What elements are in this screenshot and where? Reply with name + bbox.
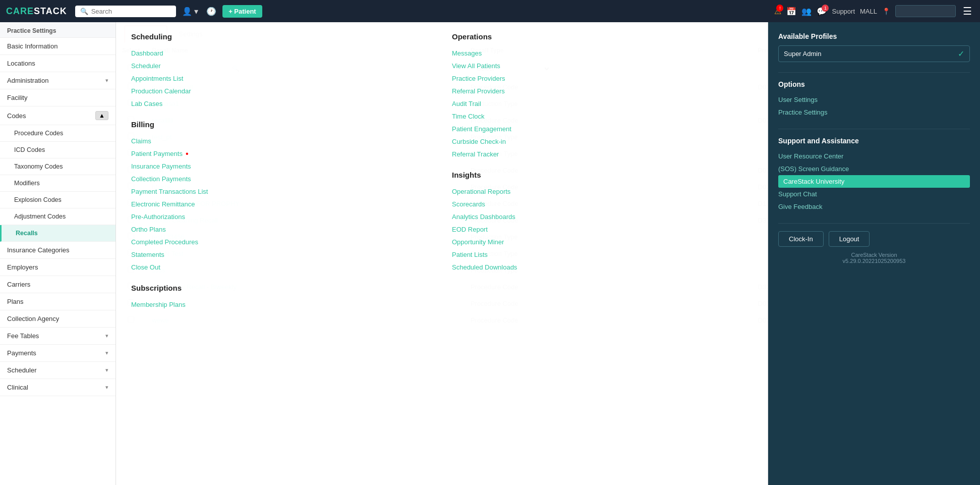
mega-link-operational-reports[interactable]: Operational Reports <box>452 185 753 198</box>
sidebar-item-taxonomy-codes[interactable]: Taxonomy Codes <box>0 158 116 175</box>
user-resource-center-link[interactable]: User Resource Center <box>778 150 970 163</box>
sidebar-item-fee-tables[interactable]: Fee Tables ▾ <box>0 328 116 345</box>
sidebar-item-employers[interactable]: Employers <box>0 259 116 276</box>
mega-link-collection-payments[interactable]: Collection Payments <box>131 173 432 185</box>
mega-link-completed-procedures[interactable]: Completed Procedures <box>131 236 432 248</box>
sidebar-item-locations[interactable]: Locations <box>0 55 116 72</box>
sidebar-item-procedure-codes[interactable]: Procedure Codes <box>0 125 116 142</box>
mega-link-curbside-checkin[interactable]: Curbside Check-in <box>452 135 753 148</box>
sidebar: Practice Settings Basic Information Loca… <box>0 22 116 485</box>
mega-link-pre-authorizations[interactable]: Pre-Authorizations <box>131 210 432 223</box>
mega-link-time-clock[interactable]: Time Clock <box>452 110 753 123</box>
sidebar-item-scheduler[interactable]: Scheduler ▾ <box>0 362 116 379</box>
location-icon[interactable]: 📍 <box>882 8 890 15</box>
mega-link-insurance-payments[interactable]: Insurance Payments <box>131 160 432 173</box>
mega-link-patient-lists[interactable]: Patient Lists <box>452 248 753 261</box>
sidebar-item-icd-codes[interactable]: ICD Codes <box>0 142 116 158</box>
mega-link-messages[interactable]: Messages <box>452 47 753 60</box>
chevron-down-icon: ▾ <box>105 333 108 339</box>
mega-link-patient-payments[interactable]: Patient Payments <box>131 147 183 160</box>
clock-btn[interactable]: 🕐 <box>204 5 218 18</box>
mega-link-opportunity-miner[interactable]: Opportunity Miner <box>452 236 753 248</box>
subscriptions-section: Subscriptions Membership Plans <box>131 284 432 311</box>
clock-in-button[interactable]: Clock-In <box>778 231 824 247</box>
user-settings-link[interactable]: User Settings <box>778 93 970 106</box>
mega-link-membership-plans[interactable]: Membership Plans <box>131 298 432 311</box>
profiles-title: Available Profiles <box>778 32 970 40</box>
practice-settings-link[interactable]: Practice Settings <box>778 106 970 119</box>
users-icon[interactable]: 👥 <box>801 7 812 16</box>
sidebar-item-basic-information[interactable]: Basic Information <box>0 38 116 55</box>
sidebar-item-collection-agency[interactable]: Collection Agency <box>0 310 116 328</box>
nav-right: ⚠! 📅 👥 💬1 Support MALL 📍 ☰ <box>774 3 974 19</box>
logout-button[interactable]: Logout <box>829 231 870 247</box>
give-feedback-link[interactable]: Give Feedback <box>778 200 970 213</box>
sidebar-item-administration[interactable]: Administration ▾ <box>0 72 116 89</box>
add-patient-button[interactable]: + Patient <box>222 5 262 18</box>
sidebar-item-recalls[interactable]: Recalls <box>0 225 116 242</box>
mega-link-ortho-plans[interactable]: Ortho Plans <box>131 223 432 236</box>
mega-link-scorecards[interactable]: Scorecards <box>452 198 753 210</box>
search-input[interactable] <box>91 8 171 15</box>
insights-section: Insights Operational Reports Scorecards … <box>452 171 753 274</box>
mega-link-production-calendar[interactable]: Production Calendar <box>131 85 432 97</box>
chat-icon[interactable]: 💬1 <box>817 7 827 16</box>
mega-link-appointments-list[interactable]: Appointments List <box>131 72 432 85</box>
sidebar-item-facility[interactable]: Facility <box>0 89 116 106</box>
profile-select[interactable]: Super Admin ✓ <box>778 45 970 62</box>
mega-link-close-out[interactable]: Close Out <box>131 261 432 274</box>
mega-link-claims[interactable]: Claims <box>131 135 432 147</box>
mega-link-scheduled-downloads[interactable]: Scheduled Downloads <box>452 261 753 274</box>
mega-link-referral-providers[interactable]: Referral Providers <box>452 85 753 97</box>
sos-screen-guidance-link[interactable]: (SOS) Screen Guidance <box>778 163 970 175</box>
calendar-icon[interactable]: 📅 <box>786 7 796 16</box>
support-title: Support and Assistance <box>778 137 970 145</box>
mall-label[interactable]: MALL <box>860 8 877 15</box>
billing-section: Billing Claims Patient Payments • Insura… <box>131 120 432 274</box>
mega-link-lab-cases[interactable]: Lab Cases <box>131 97 432 110</box>
sidebar-item-carriers[interactable]: Carriers <box>0 276 116 293</box>
billing-section-title: Billing <box>131 120 432 129</box>
mega-link-payment-transactions[interactable]: Payment Transactions List <box>131 185 432 198</box>
notification-icon[interactable]: ⚠! <box>774 7 781 16</box>
chevron-down-icon: ▾ <box>105 367 108 373</box>
sidebar-item-adjustment-codes[interactable]: Adjustment Codes <box>0 208 116 225</box>
options-section: Options User Settings Practice Settings <box>778 80 970 119</box>
carestack-university-link[interactable]: CareStack University <box>778 175 970 188</box>
mega-link-eod-report[interactable]: EOD Report <box>452 223 753 236</box>
mega-link-patient-engagement[interactable]: Patient Engagement <box>452 123 753 135</box>
codes-collapse-button[interactable]: ▲ <box>95 111 108 120</box>
sidebar-item-insurance-categories[interactable]: Insurance Categories <box>0 242 116 259</box>
checkmark-icon: ✓ <box>958 49 964 59</box>
search-bar[interactable]: 🔍 <box>75 6 176 17</box>
mega-link-referral-tracker[interactable]: Referral Tracker <box>452 148 753 160</box>
mega-col-left: Scheduling Dashboard Scheduler Appointme… <box>131 32 432 311</box>
chevron-down-icon: ▾ <box>105 384 108 391</box>
sidebar-item-payments[interactable]: Payments ▾ <box>0 345 116 362</box>
mega-link-view-all-patients[interactable]: View All Patients <box>452 60 753 72</box>
sidebar-item-codes[interactable]: Codes ▲ <box>0 106 116 125</box>
sidebar-item-modifiers[interactable]: Modifiers <box>0 175 116 192</box>
user-dropdown-btn[interactable]: 👤 ▾ <box>180 5 200 18</box>
top-nav: CARESTACK 🔍 👤 ▾ 🕐 + Patient ⚠! 📅 👥 💬1 Su… <box>0 0 980 22</box>
sidebar-item-explosion-codes[interactable]: Explosion Codes <box>0 192 116 208</box>
mega-link-practice-providers[interactable]: Practice Providers <box>452 72 753 85</box>
mega-link-analytics-dashboards[interactable]: Analytics Dashboards <box>452 210 753 223</box>
hamburger-button[interactable]: ☰ <box>961 3 974 19</box>
mega-link-audit-trail[interactable]: Audit Trail <box>452 97 753 110</box>
chevron-down-icon: ▾ <box>105 350 108 356</box>
mega-link-electronic-remittance[interactable]: Electronic Remittance <box>131 198 432 210</box>
chevron-down-icon: ▾ <box>105 77 108 84</box>
sidebar-item-plans[interactable]: Plans <box>0 293 116 310</box>
mega-menu-panel: Scheduling Dashboard Scheduler Appointme… <box>116 22 768 485</box>
mega-link-statements[interactable]: Statements <box>131 248 432 261</box>
subscriptions-section-title: Subscriptions <box>131 284 432 292</box>
support-chat-link[interactable]: Support Chat <box>778 188 970 200</box>
sidebar-item-clinical[interactable]: Clinical ▾ <box>0 379 116 396</box>
main-layout: Practice Settings Basic Information Loca… <box>0 22 980 485</box>
practice-input[interactable] <box>895 5 956 17</box>
support-label[interactable]: Support <box>832 8 855 15</box>
sidebar-section-title: Practice Settings <box>0 22 116 38</box>
mega-link-dashboard[interactable]: Dashboard <box>131 47 432 60</box>
mega-link-scheduler[interactable]: Scheduler <box>131 60 432 72</box>
